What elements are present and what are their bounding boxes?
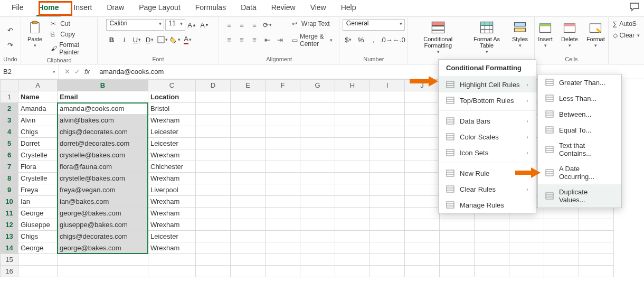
cell-H4[interactable] (335, 126, 370, 138)
cell-J12[interactable] (405, 219, 440, 231)
row-header-4[interactable]: 4 (1, 126, 18, 138)
cell-D3[interactable] (196, 115, 231, 126)
cell-N13[interactable] (544, 231, 579, 242)
cell-K14[interactable] (440, 242, 475, 254)
col-header-E[interactable]: E (231, 80, 266, 91)
wrap-text-button[interactable]: ↩Wrap Text (290, 19, 335, 29)
menu-item-highlight-cell-rules[interactable]: Highlight Cell Rules› (439, 77, 536, 92)
cell-H7[interactable] (335, 161, 370, 173)
comments-icon[interactable] (629, 2, 640, 12)
submenu-item-equal-to-[interactable]: Equal To... (538, 122, 621, 138)
cell-J1[interactable] (405, 91, 440, 103)
cell-F10[interactable] (266, 196, 300, 208)
cell-A14[interactable]: George (18, 242, 58, 254)
cell-A10[interactable]: Ian (18, 196, 58, 208)
cell-I5[interactable] (370, 138, 405, 149)
name-box[interactable]: B2 (0, 64, 59, 79)
cell-A1[interactable]: Name (18, 91, 58, 103)
cell-D5[interactable] (196, 138, 231, 149)
cell-D14[interactable] (196, 242, 231, 254)
cell-I6[interactable] (370, 149, 405, 161)
cell-H6[interactable] (335, 149, 370, 161)
cell-C10[interactable]: Wrexham (148, 196, 196, 208)
cell-D6[interactable] (196, 149, 231, 161)
cell-G1[interactable] (300, 91, 335, 103)
cell-H5[interactable] (335, 138, 370, 149)
col-header-J[interactable]: J (405, 80, 440, 91)
cell-J5[interactable] (405, 138, 440, 149)
cell-K12[interactable] (440, 219, 475, 231)
fx-icon[interactable]: fx (84, 68, 90, 76)
double-underline-button[interactable]: D▾ (144, 34, 156, 45)
cell-D8[interactable] (196, 173, 231, 184)
cell-E1[interactable] (231, 91, 266, 103)
cell-M15[interactable] (509, 254, 544, 266)
cell-M13[interactable] (509, 231, 544, 242)
tab-page-layout[interactable]: Page Layout (131, 0, 188, 16)
cell-J10[interactable] (405, 196, 440, 208)
submenu-item-duplicate-values-[interactable]: Duplicate Values... (538, 184, 621, 208)
row-header-10[interactable]: 10 (1, 196, 18, 208)
row-header-3[interactable]: 3 (1, 115, 18, 126)
row-header-2[interactable]: 2 (1, 103, 18, 115)
cell-G11[interactable] (300, 208, 335, 219)
cell-B3[interactable]: alvin@bakes.com (58, 115, 148, 126)
cell-D16[interactable] (196, 266, 231, 277)
cell-D4[interactable] (196, 126, 231, 138)
italic-button[interactable]: I (119, 34, 130, 45)
submenu-item-between-[interactable]: Between... (538, 106, 621, 122)
tab-draw[interactable]: Draw (99, 0, 131, 16)
cell-J13[interactable] (405, 231, 440, 242)
cell-G12[interactable] (300, 219, 335, 231)
cell-I14[interactable] (370, 242, 405, 254)
cell-E2[interactable] (231, 103, 266, 115)
currency-icon[interactable]: $▾ (343, 34, 354, 45)
cell-H10[interactable] (335, 196, 370, 208)
col-header-C[interactable]: C (148, 80, 196, 91)
cell-H15[interactable] (335, 254, 370, 266)
cell-C16[interactable] (148, 266, 196, 277)
cell-B5[interactable]: dorret@decorates.com (58, 138, 148, 149)
select-all-corner[interactable] (1, 80, 18, 91)
cell-I15[interactable] (370, 254, 405, 266)
submenu-item-less-than-[interactable]: Less Than... (538, 90, 621, 106)
cell-A9[interactable]: Freya (18, 184, 58, 196)
cell-K13[interactable] (440, 231, 475, 242)
cell-C2[interactable]: Bristol (148, 103, 196, 115)
cell-C7[interactable]: Chichester (148, 161, 196, 173)
cell-F3[interactable] (266, 115, 300, 126)
cell-N12[interactable] (544, 219, 579, 231)
cell-L16[interactable] (475, 266, 509, 277)
undo-button[interactable]: ↶ (5, 24, 16, 36)
cell-D2[interactable] (196, 103, 231, 115)
cell-A8[interactable]: Crystelle (18, 173, 58, 184)
copy-button[interactable]: ⎘Copy (49, 30, 93, 39)
cell-B12[interactable]: giuseppe@bakes.com (58, 219, 148, 231)
underline-button[interactable]: U▾ (131, 34, 143, 45)
cell-J7[interactable] (405, 161, 440, 173)
font-name-select[interactable]: Calibri (106, 19, 164, 31)
cell-E10[interactable] (231, 196, 266, 208)
cell-A11[interactable]: George (18, 208, 58, 219)
cell-E6[interactable] (231, 149, 266, 161)
cell-G16[interactable] (300, 266, 335, 277)
row-header-5[interactable]: 5 (1, 138, 18, 149)
cell-C6[interactable]: Wrexham (148, 149, 196, 161)
cell-C8[interactable]: Wrexham (148, 173, 196, 184)
cell-G7[interactable] (300, 161, 335, 173)
paste-button[interactable]: Paste▾ (25, 19, 44, 50)
cell-D9[interactable] (196, 184, 231, 196)
cell-B16[interactable] (58, 266, 148, 277)
cell-F15[interactable] (266, 254, 300, 266)
row-header-9[interactable]: 9 (1, 184, 18, 196)
cell-F2[interactable] (266, 103, 300, 115)
cell-D13[interactable] (196, 231, 231, 242)
cell-H2[interactable] (335, 103, 370, 115)
cell-M16[interactable] (509, 266, 544, 277)
cell-B8[interactable]: crystelle@bakes.com (58, 173, 148, 184)
comma-icon[interactable]: , (368, 34, 380, 45)
cell-N15[interactable] (544, 254, 579, 266)
borders-button[interactable]: ▾ (157, 34, 168, 45)
redo-button[interactable]: ↷ (5, 39, 16, 51)
cell-H9[interactable] (335, 184, 370, 196)
